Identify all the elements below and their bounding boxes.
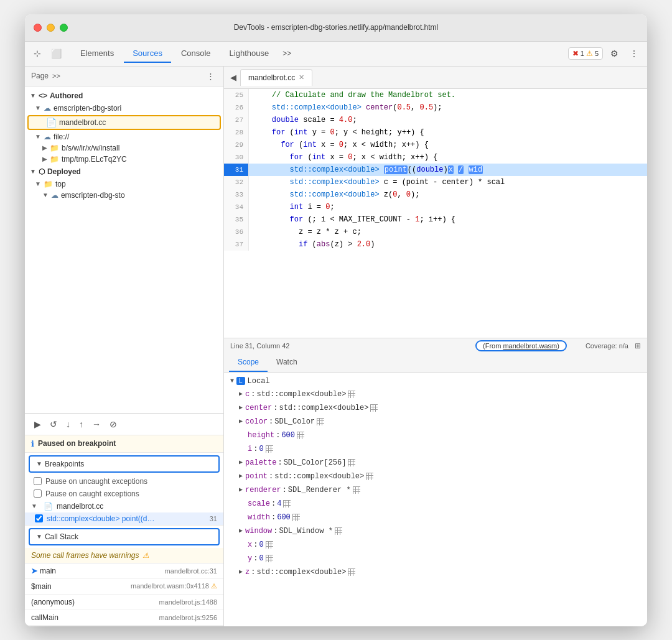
var-point[interactable]: ▶ point : std::complex<double> <box>224 470 647 483</box>
error-badge[interactable]: ✖ 1 ⚠ 5 <box>568 47 603 60</box>
var-window[interactable]: ▶ window : SDL_Window * <box>224 524 647 538</box>
line-num-26: 26 <box>224 101 249 114</box>
pause-uncaught-checkbox[interactable] <box>34 477 42 485</box>
var-palette-arrow: ▶ <box>239 457 243 468</box>
device-icon[interactable]: ⬜ <box>47 46 65 61</box>
cs-frame-callmain[interactable]: callMain mandelbrot.js:9256 <box>25 610 223 626</box>
bsw-folder-icon: 📁 <box>50 144 59 152</box>
bp-file-mandelbrot[interactable]: ▼ 📄 mandelbrot.cc <box>25 500 223 512</box>
code-area: 25 // Calculate and draw the Mandelbrot … <box>224 89 647 338</box>
authored-section[interactable]: ▼ <> Authored <box>25 89 223 103</box>
cs-frame-dollar-main[interactable]: $main mandelbrot.wasm:0x4118 ⚠ <box>25 579 223 595</box>
close-button[interactable] <box>34 24 42 32</box>
pause-uncaught-item[interactable]: Pause on uncaught exceptions <box>25 475 223 488</box>
var-scale[interactable]: scale : 4 <box>224 497 647 511</box>
cs-frame-main[interactable]: ➤ main mandelbrot.cc:31 <box>25 563 223 579</box>
step-over-button[interactable]: ↺ <box>47 417 60 431</box>
local-section-header[interactable]: ▼ L Local <box>224 375 647 387</box>
file-protocol-item[interactable]: ▼ ☁ file:// <box>25 131 223 142</box>
page-more[interactable]: >> <box>52 72 60 80</box>
var-i[interactable]: i : 0 <box>224 442 647 456</box>
more-options-icon[interactable]: ⋮ <box>626 46 642 61</box>
sync-icon[interactable]: ⋮ <box>204 70 217 82</box>
var-z[interactable]: ▶ z : std::complex<double> <box>224 565 647 579</box>
cs-callmain-name: callMain <box>31 613 58 622</box>
emscripten-sto-cloud-icon: ☁ <box>51 191 58 200</box>
cs-frame-anonymous[interactable]: (anonymous) mandelbrot.js:1488 <box>25 595 223 610</box>
bp-file-name: mandelbrot.cc <box>57 502 103 511</box>
breakpoints-label: Breakpoints <box>45 460 84 468</box>
deployed-cube-icon: ⬡ <box>39 167 45 176</box>
var-c[interactable]: ▶ c : std::complex<double> <box>224 387 647 401</box>
resume-button[interactable]: ▶ <box>31 417 44 431</box>
bsw-folder-item[interactable]: ▶ 📁 b/s/w/ir/x/w/install <box>25 142 223 154</box>
close-tab-icon[interactable]: ✕ <box>299 73 304 81</box>
deactivate-button[interactable]: ⊘ <box>106 417 120 431</box>
emscripten-cloud-item[interactable]: ▼ ☁ emscripten-dbg-stori <box>25 103 223 114</box>
breakpoints-header[interactable]: ▼ Breakpoints <box>29 455 220 473</box>
tab-lighthouse[interactable]: Lighthouse <box>221 45 278 63</box>
tab-nav: Elements Sources Console Lighthouse >> <box>72 45 295 63</box>
bsw-chevron: ▶ <box>42 144 47 151</box>
line-num-25: 25 <box>224 89 249 101</box>
cs-warning-text: Some call frames have warnings <box>31 551 139 560</box>
var-y[interactable]: y : 0 <box>224 552 647 565</box>
call-stack-section: ▼ Call Stack Some call frames have warni… <box>25 528 223 626</box>
cursor-icon[interactable]: ⊹ <box>30 46 45 61</box>
bp-active-checkbox[interactable] <box>35 514 43 522</box>
code-content-26: std::complex<double> center(0.5, 0.5); <box>249 101 647 114</box>
var-renderer[interactable]: ▶ renderer : SDL_Renderer * <box>224 483 647 497</box>
var-center-name: center <box>245 402 272 414</box>
var-window-grid-icon <box>335 527 342 535</box>
var-height[interactable]: height : 600 <box>224 429 647 442</box>
cs-dollar-main-name: $main <box>31 582 52 591</box>
code-line-28: 28 for (int y = 0; y < height; y++) { <box>224 126 647 139</box>
var-height-grid-icon <box>297 432 304 439</box>
pause-caught-item[interactable]: Pause on caught exceptions <box>25 488 223 500</box>
tmp-folder-item[interactable]: ▶ 📁 tmp/tmp.ELcTq2YC <box>25 154 223 165</box>
code-line-33: 33 std::complex<double> z(0, 0); <box>224 188 647 201</box>
step-button[interactable]: → <box>89 417 104 431</box>
pause-caught-label: Pause on caught exceptions <box>45 489 139 498</box>
emscripten-dbg-sto-item[interactable]: ▼ ☁ emscripten-dbg-sto <box>25 190 223 201</box>
cc-file-icon: 📄 <box>46 118 57 128</box>
line-num-31: 31 <box>224 164 249 176</box>
var-center[interactable]: ▶ center : std::complex<double> <box>224 401 647 415</box>
tab-sources[interactable]: Sources <box>124 45 171 63</box>
var-width[interactable]: width : 600 <box>224 511 647 524</box>
scope-tab[interactable]: Scope <box>229 353 268 372</box>
deployed-section[interactable]: ▼ ⬡ Deployed <box>25 165 223 179</box>
var-color-type: SDL_Color <box>274 416 315 427</box>
var-palette[interactable]: ▶ palette : SDL_Color[256] <box>224 456 647 470</box>
settings-icon[interactable]: ⚙ <box>607 46 622 61</box>
bp-active-item[interactable]: std::complex<double> point((d… 31 <box>25 512 223 525</box>
emscripten-dbg-sto-label: emscripten-dbg-sto <box>61 191 125 200</box>
expand-icon[interactable]: ⊞ <box>635 341 641 350</box>
step-into-button[interactable]: ↓ <box>63 417 73 431</box>
mandelbrot-cc-item[interactable]: 📄 mandelbrot.cc <box>27 115 221 130</box>
bp-line-num: 31 <box>210 515 217 522</box>
pause-caught-checkbox[interactable] <box>34 489 42 498</box>
call-stack-header[interactable]: ▼ Call Stack <box>29 528 220 545</box>
line-num-30: 30 <box>224 151 249 164</box>
var-color[interactable]: ▶ color : SDL_Color <box>224 415 647 429</box>
maximize-button[interactable] <box>60 24 68 32</box>
more-tabs-icon[interactable]: >> <box>279 47 295 60</box>
var-color-arrow: ▶ <box>239 416 243 427</box>
cs-anonymous-name: (anonymous) <box>31 598 75 606</box>
top-folder-item[interactable]: ▼ 📁 top <box>25 179 223 190</box>
var-y-name: y <box>248 553 252 564</box>
var-x[interactable]: x : 0 <box>224 538 647 552</box>
tab-elements[interactable]: Elements <box>72 45 123 63</box>
code-content-30: for (int x = 0; x < width; x++) { <box>249 151 647 164</box>
from-wasm-badge[interactable]: (From mandelbrot.wasm) <box>475 340 567 351</box>
tab-back-icon[interactable]: ◀ <box>226 70 240 85</box>
tab-console[interactable]: Console <box>172 45 220 63</box>
minimize-button[interactable] <box>47 24 55 32</box>
code-content-32: std::complex<double> c = (point - center… <box>249 176 647 188</box>
watch-tab[interactable]: Watch <box>268 353 306 372</box>
var-point-arrow: ▶ <box>239 471 243 482</box>
step-out-button[interactable]: ↑ <box>76 417 86 431</box>
code-line-27: 27 double scale = 4.0; <box>224 114 647 126</box>
mandelbrot-cc-tab[interactable]: mandelbrot.cc ✕ <box>240 69 312 86</box>
